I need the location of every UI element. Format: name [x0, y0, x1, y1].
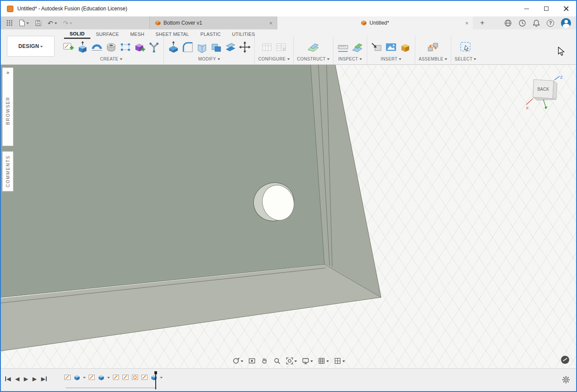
hole-button[interactable] [105, 41, 117, 53]
tab-close-button[interactable]: × [465, 20, 468, 26]
step-forward-button[interactable]: ▶ [32, 376, 37, 382]
model-interior-face[interactable] [1, 65, 324, 297]
app-grid-button[interactable] [6, 19, 13, 26]
assemble-dropdown[interactable]: ASSEMBLE [419, 57, 447, 61]
play-button[interactable]: ▶ [24, 376, 28, 382]
file-menu-button[interactable] [19, 19, 29, 26]
tab-solid[interactable]: SOLID [64, 29, 90, 39]
z-axis-label: Z [560, 75, 563, 80]
timeline-marker[interactable] [155, 371, 156, 389]
view-cube[interactable]: BACK X Z [524, 74, 564, 114]
undo-button[interactable]: ↶ [48, 20, 57, 26]
play-icon: ▶ [24, 376, 28, 382]
shell-button[interactable] [196, 41, 208, 53]
viewcube-side-face[interactable] [553, 81, 557, 99]
select-dropdown[interactable]: SELECT [455, 57, 476, 61]
select-button[interactable] [459, 41, 472, 53]
section-analysis-button[interactable] [351, 41, 363, 53]
maximize-button[interactable] [536, 1, 556, 16]
create-sketch-button[interactable] [62, 41, 74, 53]
timeline-extrude-feature[interactable] [151, 374, 157, 381]
notifications-button[interactable] [533, 19, 540, 27]
timeline-sketch-feature[interactable] [122, 374, 129, 381]
close-button[interactable] [556, 1, 576, 16]
insert-dropdown[interactable]: INSERT [381, 57, 401, 61]
status-bubble-icon[interactable] [561, 356, 569, 364]
minimize-button[interactable] [516, 1, 536, 16]
tab-surface[interactable]: SURFACE [90, 29, 125, 39]
tab-sheet-metal[interactable]: SHEET METAL [150, 29, 195, 39]
viewports-button[interactable] [334, 357, 345, 365]
model-bottom-cover[interactable] [1, 65, 576, 368]
create-form-button[interactable] [134, 41, 146, 53]
workspace-switcher[interactable]: DESIGN [7, 36, 54, 57]
offset-face-icon [224, 41, 237, 53]
tab-bottom-cover[interactable]: Bottom Cover v1 × [149, 16, 277, 29]
pan-button[interactable] [261, 357, 269, 365]
pattern-button[interactable] [119, 41, 131, 53]
timeline-sketch-feature[interactable] [64, 374, 71, 381]
measure-button[interactable] [337, 41, 349, 53]
browser-panel-tab[interactable]: » BROWSER [2, 67, 13, 146]
timeline-sketch-feature[interactable] [88, 374, 95, 381]
extrude-button[interactable] [77, 41, 89, 53]
go-to-start-button[interactable]: ◀ [5, 376, 11, 382]
timeline-settings-button[interactable] [562, 376, 570, 385]
timeline-circle-sketch-feature[interactable] [131, 374, 138, 381]
timeline-sketch-feature[interactable] [112, 374, 119, 381]
timeline-features [64, 374, 163, 381]
fillet-button[interactable] [182, 41, 194, 53]
new-tab-button[interactable]: + [473, 16, 492, 29]
job-status-button[interactable] [519, 19, 526, 27]
canvas-button[interactable] [385, 41, 397, 53]
joint-button[interactable] [427, 41, 439, 53]
zoom-button[interactable] [273, 357, 281, 365]
display-settings-button[interactable] [302, 357, 313, 365]
create-form-icon [134, 41, 146, 53]
help-button[interactable]: ? [547, 19, 554, 27]
tab-untitled[interactable]: Untitled* × [277, 16, 473, 29]
timeline-track[interactable] [66, 388, 157, 388]
create-dropdown[interactable]: CREATE [100, 57, 122, 61]
pipe-button[interactable] [148, 41, 160, 53]
revolve-icon [91, 41, 103, 53]
redo-button[interactable]: ↷ [63, 20, 73, 26]
look-at-button[interactable] [248, 357, 256, 365]
timeline-extrude-feature[interactable] [98, 374, 105, 381]
step-left-icon: ◀ [15, 376, 19, 382]
account-button[interactable] [561, 18, 571, 28]
configure-button[interactable] [261, 41, 273, 53]
tab-close-button[interactable]: × [269, 20, 272, 26]
insert-mcmaster-button[interactable] [399, 41, 411, 53]
move-button[interactable] [239, 41, 251, 53]
expand-icon[interactable]: » [6, 68, 10, 76]
extensions-button[interactable] [504, 19, 512, 27]
go-to-end-button[interactable]: ▶ [41, 376, 47, 382]
configuration-table-button[interactable] [275, 41, 287, 53]
step-back-button[interactable]: ◀ [15, 376, 19, 382]
tab-plastic[interactable]: PLASTIC [195, 29, 226, 39]
construct-plane-button[interactable] [307, 41, 320, 53]
timeline-extrude-feature[interactable] [74, 374, 80, 381]
press-pull-button[interactable] [167, 41, 180, 53]
insert-derive-button[interactable] [371, 41, 383, 53]
grid-settings-button[interactable] [318, 357, 329, 365]
construct-dropdown[interactable]: CONSTRUCT [297, 57, 330, 61]
avatar [561, 18, 571, 28]
timeline-sketch-feature[interactable] [141, 374, 148, 381]
fit-button[interactable] [286, 357, 297, 365]
modify-dropdown[interactable]: MODIFY [198, 57, 220, 61]
combine-button[interactable] [210, 41, 222, 53]
save-button[interactable] [35, 20, 42, 26]
configure-dropdown[interactable]: CONFIGURE [258, 57, 290, 61]
revolve-button[interactable] [91, 41, 103, 53]
viewport-canvas[interactable]: » BROWSER COMMENTS BACK X Z [1, 65, 576, 368]
offset-face-button[interactable] [224, 41, 237, 53]
tab-mesh[interactable]: MESH [125, 29, 150, 39]
orbit-button[interactable] [232, 357, 244, 365]
tab-utilities[interactable]: UTILITIES [226, 29, 260, 39]
inspect-dropdown[interactable]: INSPECT [338, 57, 362, 61]
save-icon [35, 20, 42, 26]
comments-panel-tab[interactable]: COMMENTS [2, 151, 13, 191]
caret-down-icon [26, 22, 29, 25]
